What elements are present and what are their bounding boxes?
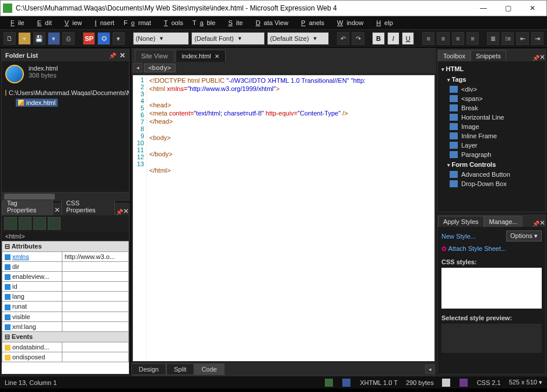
size-selector[interactable]: (Default Size)▼ <box>267 32 329 45</box>
toolbox-item[interactable]: Drop-Down Box <box>441 179 542 188</box>
tag-tool-3[interactable] <box>33 217 46 230</box>
status-icon[interactable] <box>325 379 333 387</box>
tag-tool-4[interactable] <box>48 217 61 230</box>
underline-button[interactable]: U <box>402 32 414 45</box>
menu-table[interactable]: Table <box>189 18 219 27</box>
tag-tool-2[interactable] <box>19 217 31 230</box>
css-status[interactable]: CSS 2.1 <box>477 379 501 386</box>
view-design-tab[interactable]: Design <box>131 363 166 375</box>
publish-button[interactable]: ⎙ <box>62 32 75 45</box>
toolbox-item[interactable]: Horizontal Line <box>441 113 542 122</box>
status-icon[interactable] <box>342 379 350 387</box>
close-panel-icon[interactable]: ✕ <box>123 207 129 215</box>
folder-list-scrollbar[interactable] <box>2 192 129 200</box>
hyperlink-button[interactable]: ✪ <box>97 32 110 45</box>
event-row[interactable]: ondatabind... <box>2 342 62 352</box>
attr-row[interactable]: dir <box>2 262 62 272</box>
pin-icon[interactable]: 📌 <box>532 55 539 61</box>
indent-button[interactable]: ⇥ <box>531 32 544 45</box>
toolbox-section-tags[interactable]: Tags <box>441 74 542 85</box>
attr-row[interactable]: lang <box>2 292 62 302</box>
preview-button[interactable]: ▾ <box>48 32 60 45</box>
event-row[interactable]: ondisposed <box>2 352 62 362</box>
css-styles-list[interactable] <box>441 268 542 309</box>
redo-button[interactable]: ↷ <box>352 32 364 45</box>
code-text[interactable]: <!DOCTYPE html PUBLIC "-//W3C//DTO XHTML… <box>147 75 434 361</box>
attr-row[interactable]: xml:lang <box>2 321 62 331</box>
breadcrumb-back-button[interactable]: ◂ <box>133 63 142 72</box>
toolbox-item[interactable]: Paragraph <box>441 150 542 159</box>
align-justify-button[interactable]: ≡ <box>467 32 479 45</box>
folder-path-node[interactable]: C:\Users\Muhammad.Waqas\Documents\M <box>5 89 125 96</box>
status-icon[interactable] <box>460 379 468 387</box>
italic-button[interactable]: I <box>387 32 399 45</box>
undo-button[interactable]: ↶ <box>337 32 349 45</box>
minimize-button[interactable]: — <box>472 2 495 15</box>
close-panel-icon[interactable]: ✕ <box>539 219 545 227</box>
menu-view[interactable]: View <box>58 18 86 27</box>
toolbox-section-forms[interactable]: Form Controls <box>441 159 542 170</box>
toolbox-item[interactable]: Layer <box>441 141 542 150</box>
toolbox-item[interactable]: <span> <box>441 94 542 103</box>
tag-tool-1[interactable] <box>4 217 17 230</box>
menu-help[interactable]: Help <box>369 18 397 27</box>
save-button[interactable]: 💾 <box>33 32 45 45</box>
pin-icon[interactable]: 📌 <box>532 220 539 227</box>
new-button[interactable]: 🗋 <box>3 32 16 45</box>
close-panel-icon[interactable]: ✕ <box>539 53 545 61</box>
toolbox-item[interactable]: <div> <box>441 85 542 94</box>
dimensions-status[interactable]: 525 x 510 ▾ <box>509 379 542 386</box>
menu-site[interactable]: Site <box>221 18 246 27</box>
tab-manage-styles[interactable]: Manage... <box>484 216 523 227</box>
folder-file[interactable]: index.html <box>29 65 58 72</box>
font-selector[interactable]: (Default Font)▼ <box>191 32 265 45</box>
menu-window[interactable]: Window <box>330 18 367 27</box>
close-button[interactable]: ✕ <box>521 2 544 15</box>
bold-button[interactable]: B <box>372 32 384 45</box>
align-left-button[interactable]: ≡ <box>422 32 434 45</box>
attr-row[interactable]: enableview... <box>2 272 62 282</box>
toolbox-item[interactable]: Break <box>441 103 542 113</box>
tag-tab-close-icon[interactable]: ✕ <box>54 206 60 214</box>
align-center-button[interactable]: ≡ <box>437 32 449 45</box>
attr-row[interactable]: visible <box>2 312 62 321</box>
view-options-button[interactable]: ◂ <box>425 365 434 374</box>
breadcrumb-body[interactable]: <body> <box>144 64 176 72</box>
code-editor[interactable]: 123 456 789 101112 13 <!DOCTYPE html PUB… <box>132 75 435 362</box>
list-numbered-button[interactable]: ≣ <box>487 32 499 45</box>
close-tab-icon[interactable]: ✕ <box>215 53 219 60</box>
view-split-tab[interactable]: Split <box>166 363 194 375</box>
list-bullet-button[interactable]: ⁝≡ <box>502 32 514 45</box>
toolbox-item[interactable]: Image <box>441 122 542 131</box>
pin-icon[interactable]: 📌 <box>116 209 123 215</box>
view-code-tab[interactable]: Code <box>194 363 225 375</box>
status-icon[interactable] <box>442 379 450 387</box>
menu-insert[interactable]: Insert <box>88 18 118 27</box>
options-button[interactable]: Options ▾ <box>506 230 542 242</box>
tab-toolbox[interactable]: Toolbox <box>438 50 471 61</box>
menu-format[interactable]: Format <box>120 18 155 27</box>
tab-site-view[interactable]: Site View <box>135 50 174 62</box>
open-button[interactable]: ▾ <box>18 32 30 45</box>
align-right-button[interactable]: ≡ <box>452 32 464 45</box>
toolbox-section-html[interactable]: HTML <box>441 64 542 74</box>
menu-tools[interactable]: Tools <box>157 18 187 27</box>
attr-row[interactable]: runat <box>2 302 62 312</box>
menu-edit[interactable]: Edit <box>30 18 55 27</box>
doctype-status[interactable]: XHTML 1.0 T <box>360 379 398 386</box>
events-header[interactable]: ⊟ Events <box>2 331 129 342</box>
attr-row[interactable]: id <box>2 282 62 292</box>
pin-icon[interactable]: 📌 <box>109 52 116 59</box>
menu-dataview[interactable]: Data View <box>248 18 292 27</box>
outdent-button[interactable]: ⇤ <box>516 32 528 45</box>
menu-file[interactable]: File <box>3 18 28 27</box>
menu-panels[interactable]: Panels <box>294 18 328 27</box>
new-style-link[interactable]: New Style... <box>441 233 476 240</box>
maximize-button[interactable]: ▢ <box>496 2 520 15</box>
superpreview-button[interactable]: SP <box>83 32 95 45</box>
tab-snippets[interactable]: Snippets <box>471 50 506 61</box>
close-panel-icon[interactable]: ✕ <box>120 51 125 60</box>
tab-index-html[interactable]: index.html✕ <box>176 50 226 62</box>
style-selector[interactable]: (None)▼ <box>133 32 190 45</box>
toolbox-item[interactable]: Inline Frame <box>441 131 542 141</box>
